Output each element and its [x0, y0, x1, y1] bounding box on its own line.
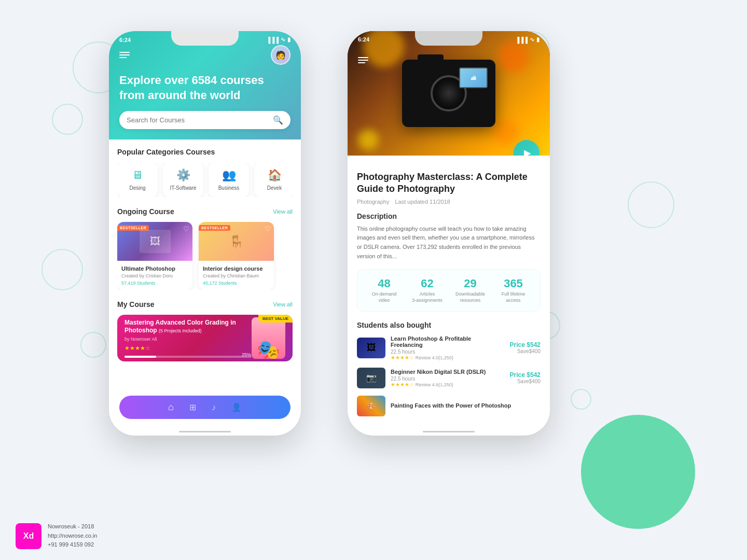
it-icon: ⚙️ — [167, 169, 199, 182]
play-icon: ▶ — [524, 147, 531, 156]
course-card-interior[interactable]: BESTSELLER ♡ 🪑 Interior design course Cr… — [199, 222, 274, 290]
footer-author: Nowroseuk - 2018 — [48, 522, 97, 531]
my-course-by: by Nowroser Ali — [125, 337, 252, 342]
save-label-2: Save$400 — [510, 379, 541, 384]
my-course-card[interactable]: Mastering Advanced Color Grading in Phot… — [117, 315, 293, 361]
also-bought-title: Students also bought — [357, 321, 541, 329]
bokeh-4 — [493, 119, 519, 145]
bokeh-2 — [498, 41, 529, 73]
description-text: This online photography course will teac… — [357, 225, 541, 261]
title-line1: Explore over 6584 courses — [119, 74, 264, 87]
categories-header: Popular Categories Courses — [117, 148, 293, 156]
course-card-photoshop[interactable]: BESTSELLER ♡ 🖼 Ultimate Photoshop Create… — [117, 222, 192, 290]
camera-screen: 🏙 — [459, 67, 488, 88]
left-status-icons: ▐▐▐ ∿ ▮ — [267, 36, 290, 43]
ongoing-view-all[interactable]: View all — [273, 208, 293, 215]
category-it[interactable]: ⚙️ IT-Software — [163, 162, 203, 197]
right-signal-icon: ▐▐▐ — [516, 37, 528, 43]
course-creator-1: Created by Cristian Doru — [121, 273, 188, 278]
description-title: Description — [357, 212, 541, 220]
bottom-nav[interactable]: ⌂ ⊞ ♪ 👤 — [119, 396, 290, 419]
notch-left — [171, 31, 239, 46]
explore-title: Explore over 6584 courses from around th… — [109, 73, 301, 111]
my-course-name: Mastering Advanced Color Grading in Phot… — [125, 319, 252, 335]
course-students-2: 45,172 Students — [203, 281, 270, 286]
camera-body: 🏙 — [402, 60, 495, 127]
my-course-title: My Course — [117, 300, 155, 309]
header-top: 🧑 — [109, 45, 301, 73]
footer: Xd Nowroseuk - 2018 http://nowrose.co.in… — [16, 522, 97, 550]
course-details: Photography Masterclass: A Complete Guid… — [348, 156, 550, 432]
course-info-1: Ultimate Photoshop Created by Cristian D… — [117, 261, 192, 290]
signal-icon: ▐▐▐ — [267, 37, 279, 43]
categories-row: 🖥 Desing ⚙️ IT-Software 👥 Business 🏠 Dev… — [117, 162, 293, 197]
stat-articles: 62 Articles3-assignments — [406, 277, 449, 303]
green-blob-decoration — [581, 415, 695, 529]
category-business[interactable]: 👥 Business — [209, 162, 249, 197]
also-bought-item-3[interactable]: 🎨 Painting Faces with the Power of Photo… — [357, 396, 541, 416]
right-phone: 🏙 6:24 ▐▐▐ ∿ ▮ ▶ Photography Masterclass… — [348, 31, 550, 436]
footer-website: http://nowrose.co.in — [48, 531, 97, 541]
also-stars-1: ★★★★☆ Review 4.0(1,250) — [391, 355, 505, 360]
footer-text: Nowroseuk - 2018 http://nowrose.co.in +9… — [48, 522, 97, 550]
save-label-1: Save$400 — [510, 348, 541, 354]
also-bought-item-2[interactable]: 📷 Beginner Nikon Digital SLR (DSLR) 22.5… — [357, 368, 541, 388]
bg-circle-8 — [571, 389, 591, 410]
also-bought-item-1[interactable]: 🖼 Learn Photoshop & Profitable Freelanci… — [357, 335, 541, 360]
category-business-label: Business — [213, 185, 245, 191]
nav-bookmark-icon[interactable]: ♪ — [212, 403, 216, 412]
category-design[interactable]: 🖥 Desing — [117, 162, 158, 197]
bg-circle-4 — [80, 332, 106, 358]
footer-phone: +91 999 4159 092 — [48, 540, 97, 550]
hamburger-menu[interactable] — [119, 52, 130, 58]
title-line2: from around the world — [119, 89, 240, 102]
course-title-2: Interior design course — [203, 265, 270, 272]
categories-title: Popular Categories Courses — [117, 148, 215, 156]
right-status-bar: 6:24 ▐▐▐ ∿ ▮ — [348, 36, 550, 43]
left-phone: 6:24 ▐▐▐ ∿ ▮ 🧑 Explore over 6584 courses… — [109, 31, 301, 436]
progress-bar-fill — [125, 356, 156, 358]
course-info-2: Interior design course Created by Christ… — [199, 261, 274, 290]
course-creator-2: Created by Christian Baum — [203, 273, 270, 278]
search-input[interactable] — [127, 116, 273, 124]
progress-percentage: 25% — [242, 352, 251, 357]
home-indicator-left — [179, 431, 231, 432]
left-time: 6:24 — [119, 37, 131, 43]
stat-num-downloads: 29 — [449, 277, 492, 290]
left-content: Popular Categories Courses 🖥 Desing ⚙️ I… — [109, 139, 301, 430]
also-title-1: Learn Photoshop & Profitable Freelancing — [391, 335, 505, 348]
xd-badge: Xd — [16, 523, 42, 549]
also-thumb-3: 🎨 — [357, 396, 385, 416]
nav-search-icon[interactable]: ⊞ — [189, 402, 196, 412]
search-bar[interactable]: 🔍 — [119, 111, 290, 129]
stat-lifetime: 365 Full lifetimeaccess — [492, 277, 535, 303]
also-info-1: Learn Photoshop & Profitable Freelancing… — [391, 335, 505, 360]
bokeh-3 — [358, 130, 379, 150]
nav-home-icon[interactable]: ⌂ — [168, 402, 174, 413]
price-label-2: Price $542 — [510, 371, 541, 379]
stat-label-downloads: Downloadableresources — [449, 291, 492, 303]
course-updated: Last updated 11/2018 — [395, 199, 450, 205]
price-label-1: Price $542 — [510, 341, 541, 348]
user-avatar[interactable]: 🧑 — [271, 45, 290, 65]
wifi-icon: ∿ — [281, 36, 285, 43]
also-price-2: Price $542 Save$400 — [510, 371, 541, 384]
also-stars-2: ★★★★☆ Review 4.6(1,250) — [391, 382, 505, 387]
also-hours-2: 22.5 hours — [391, 376, 505, 382]
right-status-icons: ▐▐▐ ∿ ▮ — [516, 36, 540, 43]
also-title-2: Beginner Nikon Digital SLR (DSLR) — [391, 369, 505, 375]
stat-num-articles: 62 — [406, 277, 449, 290]
also-title-3: Painting Faces with the Power of Photosh… — [391, 402, 541, 409]
left-header: 6:24 ▐▐▐ ∿ ▮ 🧑 Explore over 6584 courses… — [109, 31, 301, 139]
category-dev[interactable]: 🏠 Devek — [254, 162, 293, 197]
course-img-interior: BESTSELLER ♡ 🪑 — [199, 222, 274, 261]
my-course-stars: ★★★★☆ — [125, 345, 252, 352]
right-hamburger[interactable] — [358, 57, 368, 63]
my-course-info: Mastering Advanced Color Grading in Phot… — [125, 319, 252, 358]
search-icon: 🔍 — [273, 115, 283, 125]
stat-num-video: 48 — [363, 277, 406, 290]
nav-profile-icon[interactable]: 👤 — [231, 402, 242, 412]
my-course-view-all[interactable]: View all — [273, 301, 293, 307]
ongoing-title: Ongoing Course — [117, 207, 174, 216]
camera-visual: 🏙 — [348, 31, 550, 156]
